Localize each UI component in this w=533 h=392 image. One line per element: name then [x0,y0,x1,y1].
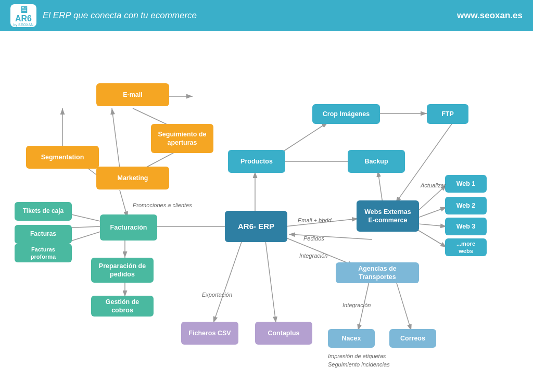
header-tagline: El ERP que conecta con tu ecommerce [43,10,197,21]
label-seguimiento-inc: Seguimiento incidencias [328,361,390,368]
logo-icon: 🖥 [19,5,28,15]
more-webs-box: ...more webs [445,238,487,256]
contaplus-box: Contaplus [255,322,312,345]
svg-line-28 [289,234,372,239]
webs-externas-box: Webs Externas E-commerce [357,200,419,232]
nacex-box: Nacex [328,329,375,348]
svg-line-12 [378,171,383,203]
label-integracion2: Integración [342,302,371,308]
label-pedidos: Pedidos [303,235,324,242]
label-integracion1: Integración [299,252,327,259]
label-email-bbdd: Email + bbdd [298,217,332,223]
segmentation-box: Segmentation [26,146,99,169]
facturacion-box: Facturación [100,214,157,241]
gestion-box: Gestión de cobros [91,296,154,317]
backup-box: Backup [348,150,405,173]
diagram: E-mail Segmentation Seguimiento de apert… [0,31,533,392]
seguimiento-box: Seguimiento de aperturas [151,124,213,153]
svg-line-19 [120,190,128,218]
svg-line-30 [396,280,411,331]
svg-line-15 [418,207,447,218]
ar6-erp-box: AR6- ERP [225,211,287,242]
label-promociones: Promociones a clientes [133,202,192,208]
ficheros-box: Ficheros CSV [181,322,238,345]
logo-ar6: AR6 [15,15,32,23]
correos-box: Correos [389,329,436,348]
web1-box: Web 1 [445,175,487,193]
web3-box: Web 3 [445,218,487,235]
svg-line-26 [265,241,276,323]
label-impresion: Impresión de etiquetas [328,353,386,359]
header: 🖥 AR6 by SEOXAN El ERP que conecta con t… [0,0,533,31]
label-actualizar: Actualizar [421,182,446,188]
preparacion-box: Preparación de pedidos [91,258,154,283]
productos-box: Productos [228,150,285,173]
svg-line-16 [418,224,447,226]
facturas-box: Facturas [15,225,72,244]
web2-box: Web 2 [445,197,487,214]
logo-box: 🖥 AR6 by SEOXAN [10,4,36,27]
agencias-box: Agencias de Transportes [336,262,419,283]
header-url: www.seoxan.es [457,10,523,21]
email-box: E-mail [96,83,169,106]
svg-line-25 [213,241,242,323]
label-exportacion: Exportación [202,292,232,298]
logo-by: by SEOXAN [14,23,34,27]
crop-box: Crop Imágenes [312,104,380,124]
svg-line-17 [418,230,447,247]
tikets-box: Tikets de caja [15,202,72,221]
facturas-proforma-box: Facturas proforma [15,244,72,262]
svg-line-14 [418,185,447,211]
marketing-box: Marketing [96,167,169,189]
svg-line-6 [112,108,120,168]
ftp-box: FTP [427,104,468,124]
